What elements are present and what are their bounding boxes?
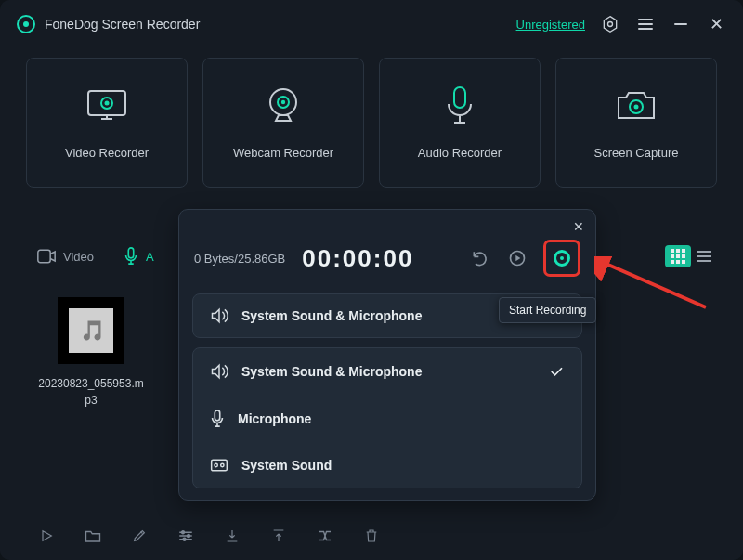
svg-rect-7 bbox=[454, 87, 465, 108]
speaker-icon bbox=[210, 363, 228, 380]
unregistered-link[interactable]: Unregistered bbox=[516, 18, 585, 32]
svg-point-13 bbox=[188, 535, 190, 538]
mode-audio-recorder[interactable]: Audio Recorder bbox=[379, 58, 541, 188]
minimize-button[interactable] bbox=[671, 14, 691, 34]
mode-label: Webcam Recorder bbox=[233, 146, 333, 160]
soundcard-icon bbox=[210, 458, 228, 473]
file-name: 20230823_055953.mp3 bbox=[35, 375, 147, 409]
tab-audio[interactable]: A bbox=[112, 241, 165, 271]
sliders-icon[interactable] bbox=[176, 527, 195, 545]
grid-view-button[interactable] bbox=[665, 245, 691, 267]
audio-source-dropdown: System Sound & Microphone Microphone Sys… bbox=[192, 347, 582, 488]
import-icon[interactable] bbox=[223, 527, 241, 545]
tab-label: A bbox=[146, 250, 154, 264]
svg-rect-11 bbox=[128, 248, 133, 258]
monitor-icon bbox=[85, 86, 129, 125]
library-toolbar bbox=[37, 527, 381, 545]
svg-rect-18 bbox=[212, 460, 228, 471]
bytes-status: 0 Bytes/25.86GB bbox=[194, 252, 285, 266]
option-label: System Sound bbox=[241, 458, 332, 473]
svg-point-20 bbox=[221, 463, 224, 466]
option-label: System Sound & Microphone bbox=[241, 364, 422, 379]
mode-cards: Video Recorder Webcam Recorder Audio Rec… bbox=[0, 48, 743, 188]
list-view-button[interactable] bbox=[691, 245, 717, 267]
option-microphone[interactable]: Microphone bbox=[193, 395, 581, 443]
svg-point-9 bbox=[634, 104, 639, 109]
folder-icon[interactable] bbox=[84, 527, 102, 545]
svg-point-12 bbox=[182, 531, 185, 534]
start-recording-tooltip: Start Recording bbox=[499, 297, 596, 323]
app-window: FoneDog Screen Recorder Unregistered ✕ V… bbox=[0, 0, 743, 560]
undo-icon[interactable] bbox=[469, 247, 491, 269]
microphone-icon bbox=[210, 410, 225, 428]
play-preview-icon[interactable] bbox=[506, 247, 528, 269]
tab-label: Video bbox=[63, 250, 94, 264]
start-recording-button[interactable] bbox=[543, 240, 580, 277]
recorder-panel: ✕ 0 Bytes/25.86GB 00:00:00 System Sound … bbox=[178, 209, 596, 501]
svg-point-0 bbox=[608, 22, 613, 27]
app-title: FoneDog Screen Recorder bbox=[45, 17, 200, 32]
recorder-controls bbox=[469, 240, 580, 277]
play-icon[interactable] bbox=[37, 527, 56, 545]
select-label: System Sound & Microphone bbox=[241, 308, 422, 323]
mode-video-recorder[interactable]: Video Recorder bbox=[26, 58, 188, 188]
edit-pencil-icon[interactable] bbox=[130, 527, 149, 545]
camera-icon bbox=[615, 86, 658, 125]
trash-icon[interactable] bbox=[362, 527, 381, 545]
svg-rect-10 bbox=[38, 250, 50, 262]
settings-hex-icon[interactable] bbox=[600, 14, 620, 34]
export-icon[interactable] bbox=[269, 527, 288, 545]
view-toggle bbox=[665, 245, 717, 267]
record-dot-icon bbox=[554, 250, 570, 267]
svg-point-19 bbox=[215, 463, 217, 466]
option-label: Microphone bbox=[238, 411, 311, 426]
close-button[interactable]: ✕ bbox=[706, 14, 726, 34]
svg-point-3 bbox=[105, 100, 110, 105]
webcam-icon bbox=[263, 86, 304, 125]
mode-label: Screen Capture bbox=[593, 146, 678, 160]
music-note-icon bbox=[69, 308, 113, 353]
microphone-icon bbox=[445, 86, 475, 125]
library-file[interactable]: 20230823_055953.mp3 bbox=[35, 297, 147, 409]
recording-timer: 00:00:00 bbox=[302, 244, 413, 273]
panel-close-icon[interactable]: ✕ bbox=[573, 219, 584, 234]
svg-point-14 bbox=[183, 538, 186, 540]
mode-label: Video Recorder bbox=[65, 146, 149, 160]
speaker-icon bbox=[210, 307, 228, 324]
svg-rect-17 bbox=[215, 410, 219, 421]
mode-webcam-recorder[interactable]: Webcam Recorder bbox=[202, 58, 364, 188]
recorder-panel-top: 0 Bytes/25.86GB 00:00:00 bbox=[179, 210, 595, 293]
titlebar-controls: Unregistered ✕ bbox=[516, 14, 726, 34]
option-system-sound[interactable]: System Sound bbox=[193, 443, 581, 488]
menu-icon[interactable] bbox=[635, 14, 656, 34]
app-logo-icon bbox=[17, 15, 35, 33]
option-system-and-mic[interactable]: System Sound & Microphone bbox=[193, 348, 581, 395]
file-thumbnail bbox=[58, 297, 124, 364]
mode-screen-capture[interactable]: Screen Capture bbox=[555, 58, 717, 188]
titlebar: FoneDog Screen Recorder Unregistered ✕ bbox=[0, 0, 743, 48]
svg-point-6 bbox=[281, 99, 285, 103]
tab-video[interactable]: Video bbox=[26, 243, 105, 269]
merge-icon[interactable] bbox=[316, 527, 334, 545]
mode-label: Audio Recorder bbox=[418, 146, 502, 160]
check-icon bbox=[548, 363, 565, 380]
